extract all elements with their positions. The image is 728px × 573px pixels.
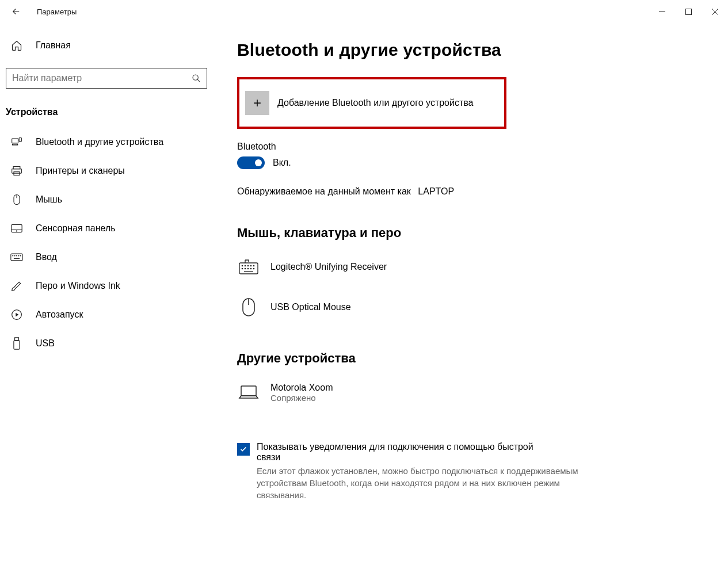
keyboard-device-icon (237, 255, 260, 278)
svg-rect-8 (19, 138, 21, 142)
svg-rect-9 (13, 167, 20, 169)
maximize-button[interactable] (675, 2, 702, 21)
svg-point-35 (242, 268, 242, 269)
search-input[interactable] (12, 73, 192, 83)
svg-point-38 (250, 268, 251, 269)
sidebar-item-label: Перо и Windows Ink (36, 281, 120, 291)
sidebar-item-usb[interactable]: USB (6, 329, 213, 358)
svg-point-22 (20, 255, 21, 256)
search-box[interactable] (6, 68, 207, 89)
svg-point-33 (250, 265, 251, 266)
svg-point-19 (14, 255, 15, 256)
sidebar-item-pen[interactable]: Перо и Windows Ink (6, 272, 213, 300)
plus-icon: + (245, 91, 269, 115)
page-title: Bluetooth и другие устройства (237, 40, 705, 60)
add-device-button[interactable]: + Добавление Bluetooth или другого устро… (237, 77, 506, 129)
laptop-device-icon (237, 381, 260, 404)
sidebar-item-autoplay[interactable]: Автозапуск (6, 300, 213, 329)
titlebar: Параметры (0, 0, 728, 23)
device-row[interactable]: Logitech® Unifying Receiver (237, 251, 705, 291)
device-row[interactable]: USB Optical Mouse (237, 291, 705, 331)
sidebar-item-bluetooth[interactable]: Bluetooth и другие устройства (6, 128, 213, 156)
discoverable-prefix: Обнаруживаемое на данный момент как (237, 186, 411, 196)
sidebar-item-label: Автозапуск (36, 310, 83, 320)
svg-marker-25 (16, 313, 18, 317)
svg-rect-1 (685, 9, 691, 14)
svg-point-21 (18, 255, 19, 256)
close-icon (712, 9, 718, 15)
sidebar-item-typing[interactable]: Ввод (6, 243, 213, 272)
svg-point-18 (13, 255, 13, 256)
sidebar-item-touchpad[interactable]: Сенсорная панель (6, 214, 213, 243)
touchpad-icon (10, 222, 23, 235)
window-controls (649, 2, 728, 21)
svg-rect-6 (12, 139, 18, 143)
svg-point-20 (16, 255, 17, 256)
svg-point-31 (245, 265, 245, 266)
quickpair-description: Если этот флажок установлен, можно быстр… (257, 465, 579, 501)
close-button[interactable] (702, 2, 728, 21)
maximize-icon (685, 9, 692, 15)
quickpair-label: Показывать уведомления для подключения с… (257, 442, 559, 463)
sidebar-category: Устройства (6, 105, 213, 128)
sidebar-item-mouse[interactable]: Мышь (6, 185, 213, 214)
usb-icon (10, 337, 23, 350)
sidebar: Главная Устройства Bluetooth и другие ус… (0, 23, 219, 573)
arrow-left-icon (11, 6, 21, 17)
back-button[interactable] (7, 2, 25, 21)
mouse-icon (10, 193, 23, 206)
bluetooth-label: Bluetooth (237, 142, 705, 152)
svg-point-37 (247, 268, 248, 269)
svg-rect-7 (13, 144, 18, 145)
minimize-button[interactable] (649, 2, 675, 21)
svg-line-5 (197, 79, 200, 82)
sidebar-item-home[interactable]: Главная (6, 35, 213, 56)
svg-point-30 (242, 265, 242, 266)
sidebar-item-printers[interactable]: Принтеры и сканеры (6, 156, 213, 185)
svg-rect-10 (12, 169, 22, 174)
sidebar-item-label: Ввод (36, 252, 57, 262)
svg-point-34 (253, 265, 254, 266)
device-name: Motorola Xoom (270, 383, 333, 393)
sidebar-item-label: Мышь (36, 194, 62, 205)
svg-rect-27 (14, 341, 20, 349)
quickpair-checkbox[interactable] (237, 443, 250, 456)
sidebar-item-label: Сенсорная панель (36, 223, 116, 234)
mouse-device-icon (237, 296, 260, 319)
device-row[interactable]: Motorola Xoom Сопряжено (237, 376, 705, 417)
printer-icon (10, 165, 23, 177)
discoverable-text: Обнаруживаемое на данный момент как LAPT… (237, 186, 705, 197)
svg-point-39 (253, 268, 254, 269)
bluetooth-devices-icon (10, 136, 23, 148)
toggle-knob (255, 159, 262, 166)
svg-point-4 (193, 75, 198, 80)
bluetooth-toggle[interactable] (237, 156, 265, 169)
home-icon (10, 39, 23, 52)
sidebar-item-label: USB (36, 338, 55, 349)
search-icon (192, 74, 201, 83)
sidebar-item-label: Принтеры и сканеры (36, 166, 125, 176)
discoverable-name: LAPTOP (418, 186, 454, 196)
minimize-icon (659, 9, 665, 15)
app-title: Параметры (37, 7, 77, 16)
svg-rect-43 (241, 386, 256, 396)
device-name: USB Optical Mouse (270, 302, 351, 312)
pen-icon (10, 280, 23, 292)
svg-point-36 (245, 268, 245, 269)
svg-point-32 (247, 265, 248, 266)
checkmark-icon (239, 445, 247, 453)
section-other-title: Другие устройства (237, 351, 705, 366)
device-status: Сопряжено (270, 393, 333, 403)
autoplay-icon (10, 308, 23, 321)
keyboard-icon (10, 251, 23, 263)
sidebar-item-label: Bluetooth и другие устройства (36, 137, 163, 147)
main-content: Bluetooth и другие устройства + Добавлен… (219, 23, 728, 573)
sidebar-home-label: Главная (36, 40, 71, 51)
section-input-title: Мышь, клавиатура и перо (237, 226, 705, 240)
add-device-label: Добавление Bluetooth или другого устройс… (277, 98, 474, 108)
svg-rect-17 (11, 254, 22, 261)
device-name: Logitech® Unifying Receiver (270, 262, 387, 272)
svg-rect-26 (15, 338, 19, 341)
toggle-state-label: Вкл. (273, 158, 291, 168)
